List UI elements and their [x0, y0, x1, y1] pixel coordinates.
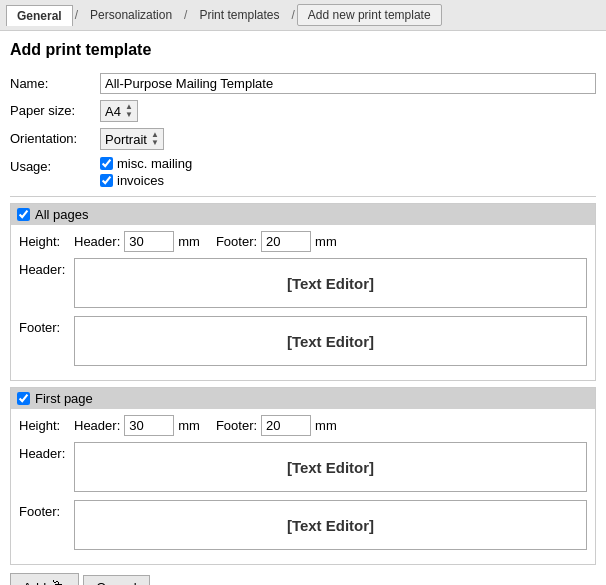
separator-1: [10, 196, 596, 197]
breadcrumb-sep-2: /: [182, 8, 189, 22]
all-pages-header-editor-row: Header: [Text Editor]: [19, 258, 587, 308]
usage-misc-row: misc. mailing: [100, 156, 596, 171]
breadcrumb-personalization[interactable]: Personalization: [80, 5, 182, 25]
name-row: Name:: [10, 73, 596, 94]
breadcrumb-add-new-template[interactable]: Add new print template: [297, 4, 442, 26]
paper-size-control: A4 ▲ ▼: [100, 100, 596, 122]
all-pages-header-editor-label: Header:: [19, 258, 74, 277]
add-button[interactable]: Add 🖱: [10, 573, 79, 585]
first-page-header-field-group: Header: mm: [74, 415, 204, 436]
usage-invoices-row: invoices: [100, 173, 596, 188]
orientation-label: Orientation:: [10, 128, 100, 146]
usage-row: Usage: misc. mailing invoices: [10, 156, 596, 190]
page-content: Add print template Name: Paper size: A4 …: [0, 31, 606, 585]
first-page-footer-editor[interactable]: [Text Editor]: [74, 500, 587, 550]
usage-invoices-label: invoices: [117, 173, 164, 188]
first-page-checkbox[interactable]: [17, 392, 30, 405]
all-pages-footer-editor-label: Footer:: [19, 316, 74, 335]
usage-misc-label: misc. mailing: [117, 156, 192, 171]
all-pages-footer-input[interactable]: [261, 231, 311, 252]
all-pages-footer-editor[interactable]: [Text Editor]: [74, 316, 587, 366]
all-pages-section: All pages Height: Header: mm Footer: mm …: [10, 203, 596, 381]
breadcrumb-general[interactable]: General: [6, 5, 73, 26]
paper-size-select[interactable]: A4 ▲ ▼: [100, 100, 138, 122]
usage-misc-checkbox[interactable]: [100, 157, 113, 170]
orient-arrow-down-icon[interactable]: ▼: [151, 139, 159, 147]
all-pages-header: All pages: [11, 204, 595, 225]
name-label: Name:: [10, 73, 100, 91]
first-page-footer-unit: mm: [315, 418, 337, 433]
all-pages-header-field-group: Header: mm: [74, 231, 204, 252]
first-page-footer-editor-label: Footer:: [19, 500, 74, 519]
first-page-section: First page Height: Header: mm Footer: mm: [10, 387, 596, 565]
name-input-wrapper: [100, 73, 596, 94]
paper-size-value: A4: [105, 104, 121, 119]
orientation-value: Portrait: [105, 132, 147, 147]
first-page-footer-field-label: Footer:: [216, 418, 257, 433]
cancel-button-label: Cancel: [96, 580, 136, 586]
all-pages-height-label: Height:: [19, 234, 74, 249]
first-page-footer-input[interactable]: [261, 415, 311, 436]
breadcrumb-sep-3: /: [290, 8, 297, 22]
breadcrumb: General / Personalization / Print templa…: [0, 0, 606, 31]
all-pages-footer-field-label: Footer:: [216, 234, 257, 249]
all-pages-header-unit: mm: [178, 234, 200, 249]
all-pages-header-input[interactable]: [124, 231, 174, 252]
name-input[interactable]: [100, 73, 596, 94]
first-page-header-input[interactable]: [124, 415, 174, 436]
first-page-footer-field-group: Footer: mm: [216, 415, 341, 436]
page-title: Add print template: [10, 37, 596, 63]
orientation-select[interactable]: Portrait ▲ ▼: [100, 128, 164, 150]
button-bar: Add 🖱 Cancel: [10, 573, 596, 585]
first-page-footer-editor-row: Footer: [Text Editor]: [19, 500, 587, 550]
all-pages-height-row: Height: Header: mm Footer: mm: [19, 231, 587, 252]
first-page-header: First page: [11, 388, 595, 409]
usage-invoices-checkbox[interactable]: [100, 174, 113, 187]
breadcrumb-sep-1: /: [73, 8, 80, 22]
all-pages-body: Height: Header: mm Footer: mm Header: [T…: [11, 225, 595, 380]
first-page-header-editor-label: Header:: [19, 442, 74, 461]
first-page-header-field-label: Header:: [74, 418, 120, 433]
orientation-arrows[interactable]: ▲ ▼: [151, 131, 159, 147]
all-pages-label: All pages: [35, 207, 88, 222]
all-pages-footer-unit: mm: [315, 234, 337, 249]
all-pages-header-field-label: Header:: [74, 234, 120, 249]
first-page-height-label: Height:: [19, 418, 74, 433]
usage-control: misc. mailing invoices: [100, 156, 596, 190]
first-page-height-row: Height: Header: mm Footer: mm: [19, 415, 587, 436]
all-pages-header-editor[interactable]: [Text Editor]: [74, 258, 587, 308]
paper-size-row: Paper size: A4 ▲ ▼: [10, 100, 596, 122]
all-pages-checkbox[interactable]: [17, 208, 30, 221]
first-page-body: Height: Header: mm Footer: mm Header: [T…: [11, 409, 595, 564]
arrow-down-icon[interactable]: ▼: [125, 111, 133, 119]
cursor-icon: 🖱: [50, 578, 66, 585]
first-page-label: First page: [35, 391, 93, 406]
orientation-row: Orientation: Portrait ▲ ▼: [10, 128, 596, 150]
first-page-header-unit: mm: [178, 418, 200, 433]
cancel-button[interactable]: Cancel: [83, 575, 149, 586]
paper-size-label: Paper size:: [10, 100, 100, 118]
usage-label: Usage:: [10, 156, 100, 174]
orientation-control: Portrait ▲ ▼: [100, 128, 596, 150]
all-pages-footer-editor-row: Footer: [Text Editor]: [19, 316, 587, 366]
paper-size-arrows[interactable]: ▲ ▼: [125, 103, 133, 119]
all-pages-footer-field-group: Footer: mm: [216, 231, 341, 252]
breadcrumb-print-templates[interactable]: Print templates: [189, 5, 289, 25]
first-page-header-editor[interactable]: [Text Editor]: [74, 442, 587, 492]
first-page-header-editor-row: Header: [Text Editor]: [19, 442, 587, 492]
add-button-label: Add: [23, 580, 46, 586]
